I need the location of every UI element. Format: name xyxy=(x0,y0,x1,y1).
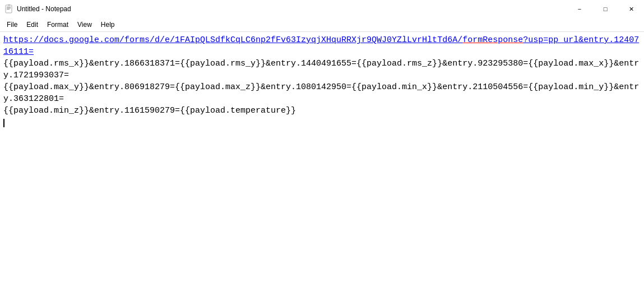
menu-help[interactable]: Help xyxy=(96,20,119,30)
menu-bar: File Edit Format View Help xyxy=(0,18,644,31)
notepad-icon xyxy=(4,4,13,13)
text-cursor xyxy=(3,119,4,127)
cursor-line xyxy=(3,117,641,128)
menu-view[interactable]: View xyxy=(73,20,96,30)
svg-rect-3 xyxy=(7,9,10,10)
window-controls: − □ ✕ xyxy=(567,0,644,18)
url-start: https://docs.google.com/forms/d/e/1FAIpQ… xyxy=(3,35,639,57)
line3: {{payload.max_y}}&entry.806918279={{payl… xyxy=(3,82,639,104)
menu-file[interactable]: File xyxy=(2,20,22,30)
window-title: Untitled - Notepad xyxy=(17,5,71,13)
line2: {{payload.rms_x}}&entry.1866318371={{pay… xyxy=(3,59,639,80)
menu-format[interactable]: Format xyxy=(43,20,73,30)
title-bar: Untitled - Notepad − □ ✕ xyxy=(0,0,644,18)
svg-rect-2 xyxy=(7,8,11,8)
text-editor[interactable]: https://docs.google.com/forms/d/e/1FAIpQ… xyxy=(0,32,644,287)
svg-rect-1 xyxy=(7,7,11,7)
title-bar-left: Untitled - Notepad xyxy=(4,4,71,13)
editor-container: https://docs.google.com/forms/d/e/1FAIpQ… xyxy=(0,31,644,287)
minimize-button[interactable]: − xyxy=(567,0,592,18)
maximize-button[interactable]: □ xyxy=(592,0,618,18)
svg-rect-4 xyxy=(8,4,10,6)
menu-edit[interactable]: Edit xyxy=(22,20,43,30)
close-button[interactable]: ✕ xyxy=(618,0,644,18)
line4: {{payload.min_z}}&entry.1161590279={{pay… xyxy=(3,106,296,115)
